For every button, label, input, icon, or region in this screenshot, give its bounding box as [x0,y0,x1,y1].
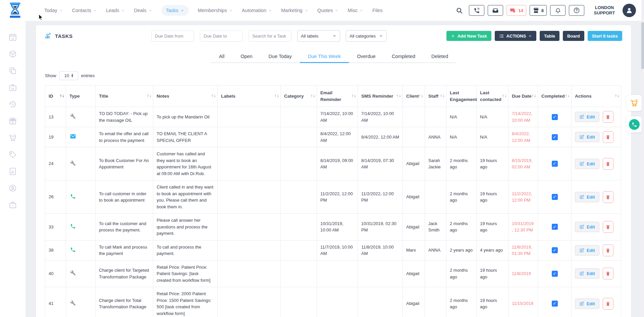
column-label: Actions [575,94,592,99]
column-label: Title [99,94,108,99]
scrollbar-thumb[interactable] [641,22,644,69]
inbox-button[interactable] [488,5,503,16]
completed-checkbox[interactable]: ✓ [552,134,558,140]
nav-item-automation[interactable]: Automation [242,8,272,13]
nav-item-files[interactable]: Files [372,8,383,13]
board-view-button[interactable]: Board [563,31,584,41]
completed-checkbox[interactable]: ✓ [552,194,558,200]
edit-button[interactable]: Edit [575,112,599,122]
completed-checkbox[interactable]: ✓ [552,161,558,167]
nav-item-contacts[interactable]: Contacts [72,8,97,13]
due-date-to-input[interactable] [200,31,243,42]
completed-checkbox[interactable]: ✓ [552,301,558,307]
nav-item-memberships[interactable]: Memberships [198,8,233,13]
floating-call-button[interactable] [626,116,642,133]
column-header-client[interactable]: Client↑↓ [403,86,425,107]
completed-checkbox[interactable]: ✓ [552,247,558,253]
edit-button[interactable]: Edit [575,159,599,169]
completed-checkbox[interactable]: ✓ [552,224,558,230]
sidebar-item-briefcase[interactable] [8,201,17,211]
cell-last-contacted: 19 hours ago [477,147,508,180]
nav-item-deals[interactable]: Deals [134,8,152,13]
app-logo[interactable] [8,2,22,19]
column-header-completed[interactable]: Completed↑↓ [538,86,572,107]
start-tasks-button[interactable]: Start 8 tasks [588,31,622,41]
notifications-button[interactable] [550,5,566,16]
edit-button[interactable]: Edit [575,299,599,309]
edit-button[interactable]: Edit [575,222,599,232]
page-size-select[interactable]: 10 ▲▼ [59,71,78,80]
sidebar-item-copy[interactable] [8,66,17,76]
user-circle-icon [8,184,17,193]
column-header-email-reminder[interactable]: Email Reminder↑↓ [317,86,358,107]
sidebar-item-user-circle[interactable] [8,184,17,194]
floating-cart-button[interactable] [626,95,642,111]
tab-completed[interactable]: Completed [384,50,423,63]
nav-item-quotes[interactable]: Quotes [317,8,339,13]
sidebar-item-cube[interactable] [8,50,17,60]
delete-button[interactable] [603,268,613,279]
add-new-task-button[interactable]: Add New Task [446,31,491,41]
column-header-id[interactable]: ID↑↓ [45,86,66,107]
nav-item-misc[interactable]: Misc [347,8,363,13]
due-date-from-input[interactable] [151,31,194,42]
column-header-title[interactable]: Title↑↓ [96,86,153,107]
tab-due-this-week[interactable]: Due This Week [300,50,349,63]
column-header-staff[interactable]: Staff↑↓ [425,86,446,107]
categories-filter-select[interactable]: All categories [346,30,387,42]
sidebar-item-report[interactable] [8,167,17,177]
edit-icon [579,195,584,200]
tab-due-today[interactable]: Due Today [261,50,300,63]
chevron-down-icon [121,9,125,12]
cell-labels [218,180,281,214]
tab-deleted[interactable]: Deleted [423,50,456,63]
cell-type [66,147,96,180]
sidebar-item-cart[interactable] [8,134,17,144]
sidebar-item-tags[interactable] [8,150,17,160]
tab-open[interactable]: Open [232,50,260,63]
search-icon[interactable] [456,7,463,14]
nav-item-tasks[interactable]: Tasks [161,5,189,16]
column-header-category[interactable]: Category↑↓ [281,86,317,107]
sidebar-item-calendar[interactable]: 12 [8,33,17,43]
dialer-button[interactable] [469,5,484,16]
column-header-notes[interactable]: Notes↑↓ [153,86,218,107]
delete-button[interactable] [603,111,613,123]
nav-item-today[interactable]: Today [44,8,63,13]
column-header-labels[interactable]: Labels↑↓ [218,86,281,107]
topbar-right: 14 8 LONDON SUPPORT [456,4,644,17]
table-view-button[interactable]: Table [540,31,559,41]
actions-label: ACTIONS [506,34,526,39]
nav-item-leads[interactable]: Leads [106,8,125,13]
delete-button[interactable] [603,131,613,143]
chevron-down-icon [528,34,532,38]
column-header-due-date[interactable]: Due Date↑↓ [508,86,538,107]
chat-button[interactable]: 14 [506,5,526,16]
delete-button[interactable] [603,298,613,310]
labels-filter-select[interactable]: All labels [297,30,340,42]
delete-button[interactable] [603,191,613,203]
completed-checkbox[interactable]: ✓ [552,114,558,120]
delete-button[interactable] [603,245,613,256]
edit-button[interactable]: Edit [575,245,599,256]
delete-button[interactable] [603,158,613,170]
sidebar-item-history[interactable] [8,100,17,110]
column-header-sms-reminder[interactable]: SMS Reminder↑↓ [358,86,403,107]
sidebar-item-camera[interactable] [8,83,17,93]
help-button[interactable] [569,5,584,16]
column-header-last-contacted[interactable]: Last contacted↑↓ [477,86,508,107]
tab-all[interactable]: All [211,50,232,63]
edit-button[interactable]: Edit [575,192,599,202]
completed-checkbox[interactable]: ✓ [552,271,558,277]
nav-item-marketing[interactable]: Marketing [281,8,308,13]
edit-button[interactable]: Edit [575,132,599,142]
edit-button[interactable]: Edit [575,268,599,279]
task-search-input[interactable] [249,31,291,42]
tab-overdue[interactable]: Overdue [349,50,384,63]
delete-button[interactable] [603,221,613,233]
sidebar-item-gift[interactable] [8,117,17,127]
actions-dropdown-button[interactable]: ACTIONS [495,31,537,41]
store-button[interactable]: 8 [530,5,547,16]
avatar[interactable] [623,4,636,17]
column-header-actions[interactable]: Actions↑↓ [572,86,621,107]
